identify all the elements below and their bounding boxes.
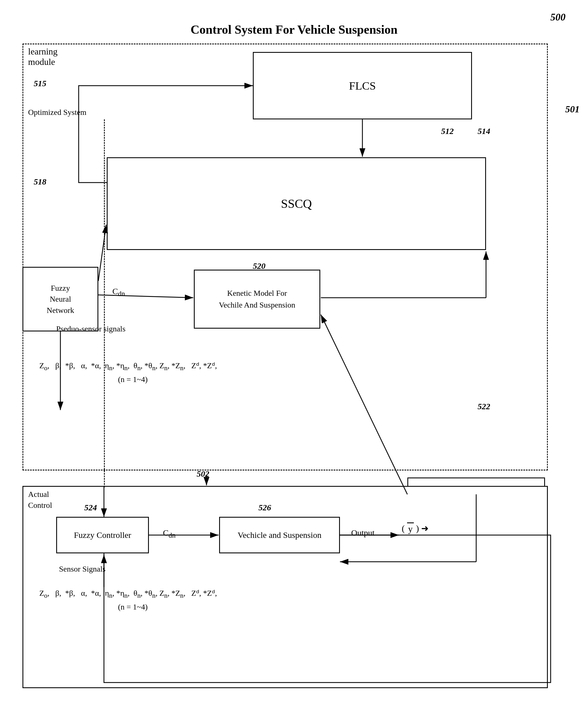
signals-formula-top: Zo, β, *β, α, *α, ηn, *ηn, θn, *θn, Zn, …: [39, 360, 217, 386]
fuzzy-controller-box: Fuzzy Controller: [56, 517, 149, 553]
cdn-label-top: Cdn: [112, 286, 125, 298]
ref-524: 524: [84, 503, 97, 512]
ref-518: 518: [34, 177, 46, 187]
flcs-box: FLCS: [253, 52, 472, 120]
optimized-system-label: Optimized System: [28, 107, 87, 118]
ref-502: 502: [197, 469, 209, 479]
main-title: Control System For Vehicle Suspension: [190, 22, 398, 37]
kenetic-model-box: Kenetic Model ForVechile And Suspension: [194, 270, 320, 329]
output-label: Output: [351, 528, 374, 537]
ref-501: 501: [565, 104, 580, 114]
actual-control-label: ActualControl: [28, 489, 52, 511]
page-number: 500: [550, 11, 566, 23]
cdn-label-bottom: Cdn: [163, 528, 176, 539]
vehicle-suspension-box: Vechicle and Suspension: [219, 517, 340, 553]
ref-514: 514: [478, 126, 490, 136]
ref-520: 520: [253, 261, 266, 271]
learning-module-label: learningmodule: [28, 46, 58, 67]
sscq-box: SSCQ: [107, 157, 486, 250]
dashed-vertical-line: [104, 120, 105, 487]
pseudo-sensor-label: Pseduo-sensor signals: [56, 324, 126, 333]
signals-formula-bottom: Zo, β, *β, α, *α, ηn, *ηn, θn, *θn, Zn, …: [39, 587, 217, 613]
ref-515: 515: [34, 79, 46, 88]
ref-522: 522: [478, 402, 490, 411]
y-bar-output: ( y ) ➜: [402, 522, 429, 534]
fnn-box: FuzzyNeuralNetwork: [22, 267, 98, 331]
ref-512: 512: [441, 126, 454, 136]
sensor-signals-label: Sensor Signals: [59, 565, 106, 573]
ref-526: 526: [259, 503, 271, 512]
